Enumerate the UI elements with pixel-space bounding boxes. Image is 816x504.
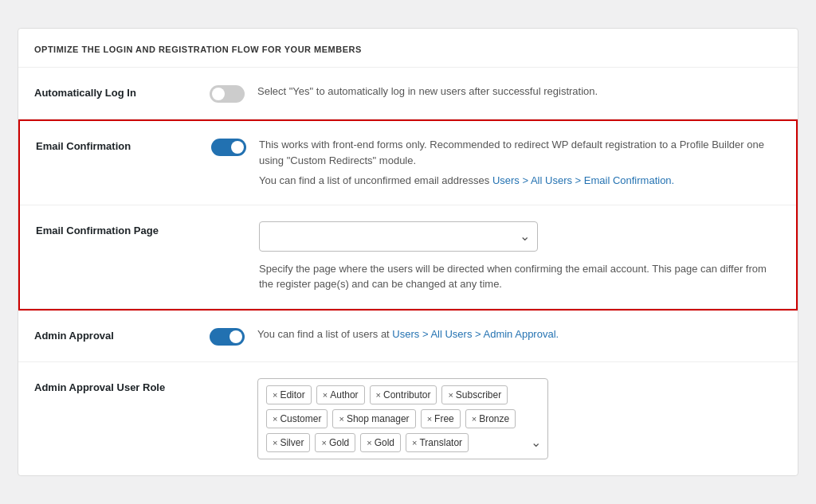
email-confirmation-description: This works with front-end forms only. Re… — [259, 137, 780, 189]
auto-login-row: Automatically Log In Select "Yes" to aut… — [18, 68, 798, 119]
tag-shop-manager-remove[interactable]: × — [339, 412, 343, 426]
tag-customer-remove[interactable]: × — [273, 412, 277, 426]
email-confirmation-page-hint: Specify the page where the users will be… — [259, 261, 780, 292]
tags-chevron-down-icon[interactable]: ⌄ — [531, 433, 541, 452]
tag-free[interactable]: × Free — [421, 409, 461, 428]
tag-bronze[interactable]: × Bronze — [465, 409, 516, 428]
tag-gold-1[interactable]: × Gold — [315, 433, 355, 452]
tag-bronze-remove[interactable]: × — [472, 412, 477, 426]
email-confirmation-desc-2: You can find a list of unconfirmed email… — [259, 173, 780, 189]
auto-login-label: Automatically Log In — [34, 84, 210, 99]
tag-gold-1-remove[interactable]: × — [321, 436, 326, 450]
email-confirmation-slider — [211, 139, 246, 156]
email-confirmation-page-control — [211, 221, 259, 223]
admin-approval-role-row: Admin Approval User Role × Editor × Auth… — [18, 362, 798, 475]
email-confirmation-row: Email Confirmation This works with front… — [20, 121, 796, 205]
email-confirmation-label: Email Confirmation — [36, 137, 211, 152]
email-confirmation-toggle[interactable] — [211, 139, 246, 156]
admin-approval-row: Admin Approval You can find a list of us… — [18, 311, 798, 362]
tag-editor[interactable]: × Editor — [266, 385, 312, 404]
admin-approval-slider — [210, 328, 245, 346]
auto-login-slider — [210, 85, 245, 103]
admin-approval-control[interactable] — [210, 326, 257, 346]
tag-translator[interactable]: × Translator — [406, 433, 469, 452]
email-confirmation-page-label: Email Confirmation Page — [36, 221, 211, 236]
tag-translator-remove[interactable]: × — [412, 436, 417, 450]
email-confirmation-page-select[interactable] — [259, 221, 538, 252]
tag-silver-remove[interactable]: × — [273, 436, 277, 450]
tag-author-remove[interactable]: × — [323, 389, 328, 402]
tag-author[interactable]: × Author — [316, 385, 365, 404]
tag-silver[interactable]: × Silver — [266, 433, 310, 452]
auto-login-toggle[interactable] — [210, 85, 245, 103]
tag-gold-2[interactable]: × Gold — [360, 433, 401, 452]
admin-approval-role-tags-area: × Editor × Author × Contributor × Subscr… — [257, 378, 782, 459]
tag-free-remove[interactable]: × — [427, 412, 432, 426]
tag-contributor-remove[interactable]: × — [376, 389, 381, 402]
admin-approval-link[interactable]: Users > All Users > Admin Approval. — [392, 328, 559, 340]
auto-login-description: Select "Yes" to automatically log in new… — [257, 84, 782, 100]
section-header: OPTIMIZE THE LOGIN AND REGISTRATION FLOW… — [18, 29, 798, 68]
admin-approval-toggle[interactable] — [210, 328, 245, 346]
email-confirmation-control[interactable] — [211, 137, 259, 156]
email-confirmation-link[interactable]: Users > All Users > Email Confirmation. — [492, 174, 674, 186]
admin-approval-role-label: Admin Approval User Role — [34, 378, 210, 393]
settings-panel: OPTIMIZE THE LOGIN AND REGISTRATION FLOW… — [18, 28, 798, 476]
tag-customer[interactable]: × Customer — [266, 409, 328, 428]
tag-gold-2-remove[interactable]: × — [367, 436, 371, 450]
tag-editor-remove[interactable]: × — [273, 389, 277, 402]
admin-approval-description: You can find a list of users at Users > … — [257, 326, 782, 342]
email-confirmation-page-select-wrapper[interactable]: ⌄ — [259, 221, 538, 252]
admin-approval-role-control — [210, 378, 257, 380]
email-confirmation-page-desc: ⌄ Specify the page where the users will … — [259, 221, 780, 292]
auto-login-control[interactable] — [210, 84, 257, 103]
section-title: OPTIMIZE THE LOGIN AND REGISTRATION FLOW… — [34, 45, 362, 54]
tag-subscriber[interactable]: × Subscriber — [441, 385, 508, 404]
tag-shop-manager[interactable]: × Shop manager — [332, 409, 415, 428]
email-confirmation-page-row: Email Confirmation Page ⌄ Specify the pa… — [20, 205, 796, 309]
email-confirmation-desc-1: This works with front-end forms only. Re… — [259, 137, 780, 168]
email-confirmation-highlight: Email Confirmation This works with front… — [18, 119, 798, 311]
admin-approval-label: Admin Approval — [34, 326, 210, 342]
tags-container: × Editor × Author × Contributor × Subscr… — [257, 378, 548, 459]
tag-subscriber-remove[interactable]: × — [448, 389, 453, 402]
tag-contributor[interactable]: × Contributor — [370, 385, 437, 404]
